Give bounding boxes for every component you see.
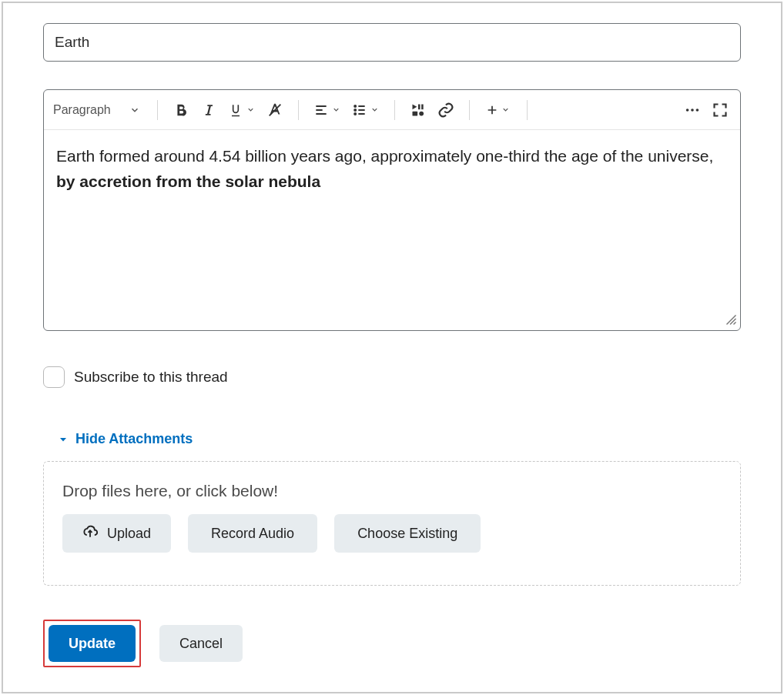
choose-existing-button[interactable]: Choose Existing bbox=[334, 514, 481, 553]
resize-handle-icon[interactable] bbox=[723, 312, 737, 329]
attachments-dropzone[interactable]: Drop files here, or click below! Upload … bbox=[43, 461, 741, 586]
choose-existing-label: Choose Existing bbox=[357, 526, 457, 542]
upload-label: Upload bbox=[107, 526, 151, 542]
svg-point-17 bbox=[691, 109, 694, 112]
attachments-toggle[interactable]: Hide Attachments bbox=[59, 431, 741, 447]
svg-point-5 bbox=[354, 112, 356, 114]
content-normal-text: Earth formed around 4.54 billion years a… bbox=[56, 147, 713, 165]
dropzone-actions: Upload Record Audio Choose Existing bbox=[62, 514, 722, 553]
attachments-toggle-label: Hide Attachments bbox=[75, 431, 193, 447]
svg-point-16 bbox=[686, 109, 689, 112]
insert-more-button[interactable] bbox=[479, 96, 518, 124]
svg-point-18 bbox=[696, 109, 699, 112]
editor-toolbar: Paragraph bbox=[44, 90, 740, 130]
post-title-input[interactable] bbox=[43, 23, 741, 62]
link-button[interactable] bbox=[432, 96, 460, 124]
more-options-button[interactable] bbox=[678, 96, 706, 124]
underline-button[interactable] bbox=[223, 96, 261, 124]
rich-text-editor: Paragraph bbox=[43, 89, 741, 331]
svg-rect-12 bbox=[412, 111, 417, 115]
svg-rect-10 bbox=[418, 104, 420, 109]
toolbar-separator bbox=[157, 100, 158, 120]
subscribe-row: Subscribe to this thread bbox=[43, 366, 741, 388]
svg-point-3 bbox=[354, 105, 356, 106]
block-style-select[interactable]: Paragraph bbox=[53, 103, 148, 117]
dropzone-instruction: Drop files here, or click below! bbox=[62, 482, 722, 500]
record-audio-button[interactable]: Record Audio bbox=[188, 514, 317, 553]
subscribe-checkbox[interactable] bbox=[43, 366, 65, 388]
toolbar-separator bbox=[527, 100, 528, 120]
toolbar-separator bbox=[469, 100, 470, 120]
svg-line-21 bbox=[734, 322, 736, 325]
svg-marker-9 bbox=[412, 104, 417, 109]
fullscreen-button[interactable] bbox=[706, 96, 734, 124]
toolbar-separator bbox=[394, 100, 395, 120]
bold-button[interactable] bbox=[167, 96, 195, 124]
cancel-button[interactable]: Cancel bbox=[159, 625, 243, 662]
svg-marker-22 bbox=[60, 438, 66, 442]
content-bold-text: by accretion from the solar nebula bbox=[56, 172, 320, 190]
update-button[interactable]: Update bbox=[49, 625, 136, 662]
toolbar-separator bbox=[298, 100, 299, 120]
svg-point-4 bbox=[354, 109, 356, 110]
record-audio-label: Record Audio bbox=[211, 526, 294, 542]
form-actions: Update Cancel bbox=[43, 620, 741, 667]
insert-media-button[interactable] bbox=[404, 96, 432, 124]
subscribe-label: Subscribe to this thread bbox=[74, 369, 228, 386]
italic-button[interactable] bbox=[195, 96, 223, 124]
align-button[interactable] bbox=[308, 96, 347, 124]
upload-button[interactable]: Upload bbox=[62, 514, 171, 553]
chevron-down-icon bbox=[129, 105, 140, 115]
editor-content-area[interactable]: Earth formed around 4.54 billion years a… bbox=[44, 130, 740, 208]
upload-icon bbox=[82, 524, 98, 543]
svg-rect-11 bbox=[421, 104, 424, 109]
edit-post-panel: Paragraph bbox=[2, 2, 782, 693]
update-button-highlight: Update bbox=[43, 620, 141, 667]
svg-point-13 bbox=[419, 111, 424, 115]
caret-down-icon bbox=[59, 435, 68, 444]
list-button[interactable] bbox=[347, 96, 385, 124]
block-style-label: Paragraph bbox=[53, 103, 111, 117]
text-color-button[interactable] bbox=[261, 96, 289, 124]
